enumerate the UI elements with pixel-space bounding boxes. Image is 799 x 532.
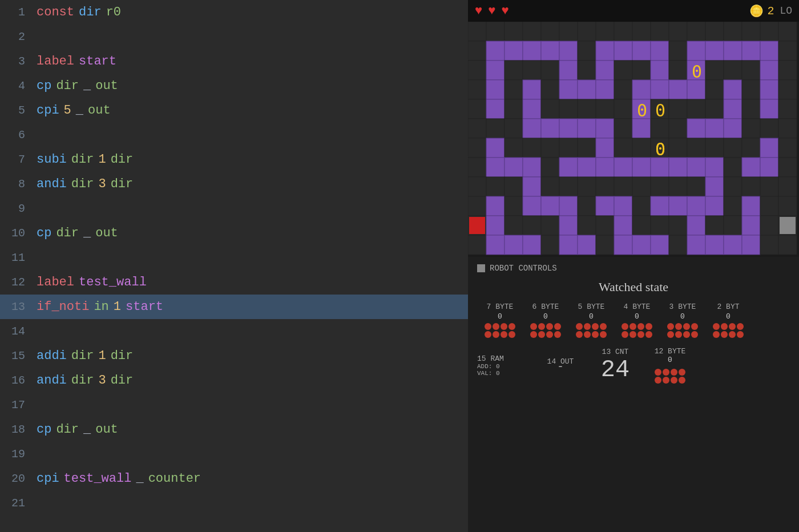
register-dot bbox=[576, 323, 583, 330]
line-number: 21 bbox=[5, 491, 25, 515]
token-t-num: 5 bbox=[64, 98, 71, 123]
register-dot bbox=[737, 331, 744, 338]
line-content: labeltest_wall bbox=[37, 270, 147, 295]
token-t-instr: andi bbox=[37, 368, 67, 393]
register-dot bbox=[509, 331, 515, 338]
register-dot bbox=[683, 331, 690, 338]
token-t-reg: out bbox=[95, 74, 118, 98]
code-line-5: 5cpi5_out bbox=[0, 98, 468, 123]
controls-section: ROBOT CONTROLS Watched state 7 BYTE06 BY… bbox=[468, 257, 799, 532]
cnt-register: 13 CNT24 bbox=[592, 348, 638, 384]
controls-header: ROBOT CONTROLS bbox=[477, 264, 790, 273]
token-t-reg: r0 bbox=[106, 0, 121, 25]
token-t-keyword: label bbox=[37, 270, 74, 295]
register-dot bbox=[683, 323, 690, 330]
byte-dot bbox=[663, 369, 669, 376]
register-dots bbox=[485, 323, 515, 338]
cnt-value: 24 bbox=[601, 356, 629, 384]
token-t-label: test_wall bbox=[79, 270, 147, 295]
line-content: cpi5_out bbox=[37, 98, 111, 123]
byte-dot bbox=[655, 369, 661, 376]
token-t-instr: cpi bbox=[37, 466, 59, 491]
register-dot bbox=[645, 323, 652, 330]
register-dot bbox=[645, 331, 652, 338]
lo-text: LO bbox=[780, 5, 792, 17]
byte-dot bbox=[663, 377, 669, 384]
token-t-instr: dir bbox=[79, 0, 102, 25]
register-column: 3 BYTE0 bbox=[660, 303, 705, 338]
register-dot bbox=[713, 331, 720, 338]
maze-canvas bbox=[468, 22, 799, 257]
line-number: 1 bbox=[5, 0, 25, 25]
line-content: if_notiin1start bbox=[37, 295, 163, 319]
register-dot bbox=[713, 323, 720, 330]
register-dots bbox=[667, 323, 698, 338]
byte-label: 12 BYTE bbox=[655, 347, 686, 356]
code-line-9: 9 bbox=[0, 196, 468, 221]
token-t-underscore: _ bbox=[83, 417, 91, 442]
token-t-reg: out bbox=[95, 417, 118, 442]
heart-2: ♥ bbox=[488, 4, 495, 18]
token-t-label: test_wall bbox=[64, 466, 132, 491]
register-column: 6 BYTE0 bbox=[523, 303, 568, 338]
register-dot bbox=[600, 331, 607, 338]
register-dot bbox=[737, 323, 744, 330]
register-dot bbox=[637, 331, 644, 338]
line-content: constdirr0 bbox=[37, 0, 121, 25]
register-dot bbox=[538, 323, 545, 330]
token-t-reg: counter bbox=[148, 466, 201, 491]
line-number: 19 bbox=[5, 442, 25, 466]
token-t-underscore: _ bbox=[83, 221, 91, 245]
code-line-21: 21 bbox=[0, 491, 468, 515]
register-dot bbox=[546, 323, 553, 330]
register-dot bbox=[501, 331, 507, 338]
token-t-num: 1 bbox=[98, 147, 106, 172]
watched-state-title: Watched state bbox=[477, 280, 790, 295]
register-dots bbox=[713, 323, 744, 338]
coin-icon: 🪙 bbox=[749, 4, 764, 18]
code-line-17: 17 bbox=[0, 393, 468, 417]
register-dot bbox=[584, 323, 591, 330]
register-label: 2 BYT bbox=[717, 303, 739, 311]
register-column: 7 BYTE0 bbox=[477, 303, 523, 338]
line-content: labelstart bbox=[37, 49, 116, 74]
bottom-regs-row: 15 RAMADD: 0VAL: 014 OUT-13 CNT2412 BYTE… bbox=[477, 342, 790, 384]
register-dot bbox=[667, 323, 674, 330]
code-line-20: 20cpitest_wall_counter bbox=[0, 466, 468, 491]
register-dot bbox=[622, 323, 628, 330]
register-label: 4 BYTE bbox=[624, 303, 651, 311]
code-line-12: 12labeltest_wall bbox=[0, 270, 468, 295]
line-number: 18 bbox=[5, 417, 25, 442]
register-dots bbox=[576, 323, 607, 338]
token-t-reg: dir bbox=[71, 147, 94, 172]
register-value: 0 bbox=[635, 312, 639, 321]
register-dot bbox=[675, 323, 682, 330]
token-t-reg: dir bbox=[111, 147, 134, 172]
ram-label: 15 RAM bbox=[477, 354, 528, 363]
out-register: 14 OUT- bbox=[538, 357, 583, 373]
line-number: 8 bbox=[5, 172, 25, 196]
token-t-instr: andi bbox=[37, 172, 67, 196]
register-value: 0 bbox=[680, 312, 685, 321]
register-value: 0 bbox=[543, 312, 548, 321]
byte-dots bbox=[655, 369, 685, 384]
register-dot bbox=[554, 331, 561, 338]
token-t-reg: dir bbox=[71, 368, 94, 393]
token-t-num: 1 bbox=[114, 295, 121, 319]
register-value: 0 bbox=[589, 312, 594, 321]
line-number: 7 bbox=[5, 147, 25, 172]
register-dot bbox=[729, 323, 736, 330]
register-dot bbox=[691, 323, 698, 330]
byte-dot bbox=[655, 377, 661, 384]
line-number: 13 bbox=[5, 295, 25, 319]
register-dot bbox=[721, 331, 728, 338]
line-content: cpdir_out bbox=[37, 417, 118, 442]
byte-dot bbox=[679, 377, 685, 384]
code-line-2: 2 bbox=[0, 25, 468, 49]
register-dot bbox=[622, 331, 628, 338]
register-dot bbox=[509, 323, 515, 330]
byte-dot bbox=[671, 369, 677, 376]
line-number: 5 bbox=[5, 98, 25, 123]
line-number: 4 bbox=[5, 74, 25, 98]
register-dot bbox=[691, 331, 698, 338]
